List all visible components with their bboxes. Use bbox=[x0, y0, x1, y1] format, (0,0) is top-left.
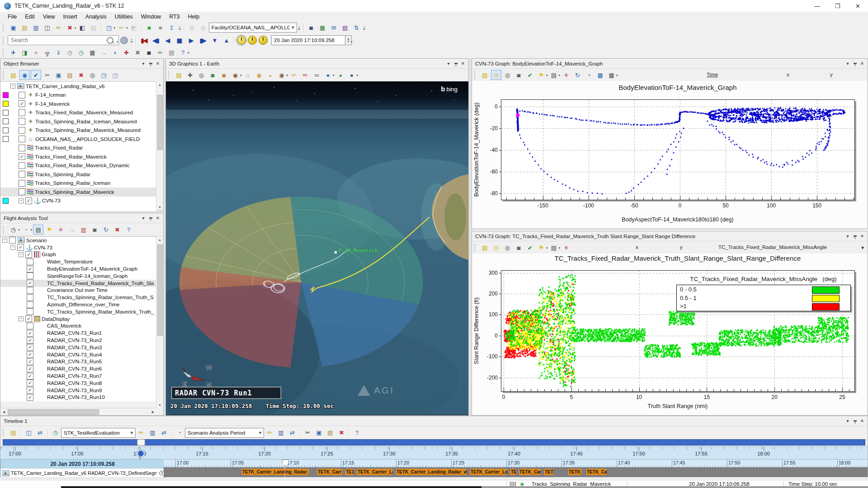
calculator-icon[interactable]: ▦ bbox=[87, 47, 98, 57]
tree-item-oceana-nas-apollo-soucek-field[interactable]: ⌂OCEANA_NAS__APOLLO_SOUCEK_FIELD bbox=[0, 135, 157, 144]
flag-icon[interactable]: ⚑ bbox=[44, 225, 55, 235]
timeline-header[interactable]: Timeline 1 ▾ ✕ bbox=[0, 416, 868, 426]
step-back-button[interactable]: ◀▮ bbox=[150, 36, 161, 45]
checkbox[interactable] bbox=[19, 180, 25, 187]
timeline-row-header[interactable]: TETK_Carrier_Landing_Radar_v6 RADAR_CVN-… bbox=[0, 468, 166, 478]
checkbox[interactable]: ✓ bbox=[27, 394, 33, 401]
xrealtime-clock-icon[interactable] bbox=[248, 36, 257, 45]
checkbox[interactable] bbox=[9, 237, 16, 244]
transfer-icon[interactable]: ⇄ bbox=[35, 428, 45, 438]
chevron-down-icon[interactable]: ▾ bbox=[616, 74, 618, 80]
edit-pencil-icon[interactable]: ✏ bbox=[136, 428, 146, 438]
pin-icon[interactable] bbox=[147, 60, 154, 67]
minimize-button[interactable]: — bbox=[807, 0, 827, 12]
delete-icon[interactable]: ✖ bbox=[112, 225, 123, 235]
reset-to-start-button[interactable]: ▮◀ bbox=[138, 36, 149, 45]
toolbar-grip[interactable] bbox=[3, 24, 6, 32]
checkbox[interactable]: ✓ bbox=[27, 344, 33, 351]
checkbox[interactable] bbox=[19, 145, 25, 151]
scroll-down-icon[interactable]: ▼ bbox=[156, 402, 163, 408]
menu-file[interactable]: File bbox=[4, 13, 21, 21]
chevron-down-icon[interactable]: ▾ bbox=[357, 74, 359, 80]
connect-gray-icon[interactable]: ■ bbox=[156, 23, 166, 33]
checkbox[interactable]: ✓ bbox=[19, 153, 25, 160]
chevron-down-icon[interactable]: ▾ bbox=[287, 74, 288, 80]
timeline-overview-bar[interactable] bbox=[3, 439, 865, 446]
menu-insert[interactable]: Insert bbox=[59, 13, 81, 21]
notes-icon[interactable]: ▤ bbox=[480, 70, 490, 80]
save-icon[interactable]: ▥ bbox=[31, 23, 41, 33]
view-direction-icon[interactable]: ◉ bbox=[230, 70, 241, 80]
panel-menu-icon[interactable]: ▾ bbox=[844, 418, 851, 424]
copy-icon[interactable]: ▣ bbox=[314, 428, 324, 438]
edit-pencil-icon[interactable]: ✏ bbox=[264, 428, 275, 438]
checkbox[interactable]: ✓ bbox=[27, 330, 33, 337]
chevron-down-icon[interactable]: ▾ bbox=[861, 244, 864, 251]
3d-graphics-header[interactable]: 3D Graphics 1 - Earth ▾ ✕ bbox=[166, 59, 468, 69]
gear-icon[interactable] bbox=[120, 37, 128, 44]
tree-expander[interactable]: − bbox=[19, 198, 24, 203]
vertical-scrollbar[interactable]: ▲ ▼ bbox=[156, 81, 163, 211]
scroll-right-icon[interactable]: ▶ bbox=[150, 408, 156, 415]
report-icon[interactable]: ◫ bbox=[42, 23, 52, 33]
checkbox[interactable] bbox=[19, 188, 25, 195]
tree-expander[interactable]: − bbox=[2, 238, 7, 243]
sync-sigma-icon[interactable]: Σ bbox=[167, 23, 177, 33]
pin-icon[interactable] bbox=[851, 418, 859, 424]
timeline-segment[interactable]: TETK_ bbox=[567, 468, 582, 476]
list-icon[interactable]: ▤ bbox=[549, 70, 559, 80]
help-icon[interactable]: ? bbox=[178, 47, 188, 57]
realtime-clock-icon[interactable] bbox=[237, 36, 246, 45]
menu-window[interactable]: Window bbox=[137, 13, 165, 21]
flag-icon[interactable]: ⚑ bbox=[536, 70, 547, 80]
tool-disabled-icon[interactable]: ◩ bbox=[129, 23, 139, 33]
color-toggle-icon[interactable]: ◉ bbox=[19, 70, 30, 80]
time-column-label[interactable]: Time bbox=[707, 72, 718, 77]
menu-utilities[interactable]: Utilities bbox=[110, 13, 137, 21]
analysis-period-combobox[interactable]: Scenario Analysis Period▼ bbox=[185, 428, 264, 438]
search-icon[interactable] bbox=[107, 37, 113, 44]
checkbox[interactable]: ✓ bbox=[27, 337, 33, 344]
panel-menu-icon[interactable]: ▾ bbox=[445, 60, 452, 67]
tree-item-scenario[interactable]: −Scenario bbox=[0, 237, 157, 244]
home-view-icon[interactable]: ⌂ bbox=[243, 70, 253, 80]
tree-item-covariance-out-over-time[interactable]: Covariance Out over Time bbox=[0, 287, 157, 294]
timeline-segment[interactable]: TETK_Carrier_Landing_Radar_v6 l bbox=[395, 468, 467, 476]
doc-disabled-icon[interactable]: ▤ bbox=[89, 23, 99, 33]
sync-icon[interactable]: ⇄ bbox=[159, 428, 169, 438]
pin-icon[interactable] bbox=[851, 60, 859, 67]
menu-view[interactable]: View bbox=[39, 13, 59, 21]
checkbox[interactable]: ✓ bbox=[27, 380, 33, 386]
tree-item-tc-tracks-fixed-radar-maverick-truth-sla[interactable]: ✓TC_Tracks_Fixed_Radar_Maverick_Truth_Sl… bbox=[0, 280, 157, 287]
checkbox[interactable] bbox=[19, 162, 25, 169]
checkbox[interactable]: ✓ bbox=[27, 373, 33, 380]
y-column-label[interactable]: y bbox=[830, 72, 833, 77]
checkbox[interactable] bbox=[19, 127, 25, 134]
edit-note-icon[interactable]: ✏ bbox=[116, 23, 127, 33]
tree-expander[interactable]: − bbox=[19, 316, 24, 321]
checkbox[interactable] bbox=[27, 272, 33, 279]
tree-item-radar-cvn-73-run6[interactable]: ✓RADAR_CVN-73_Run6 bbox=[0, 365, 157, 372]
table-check-icon[interactable]: ▦ bbox=[317, 23, 328, 33]
chevron-down-icon[interactable]: ▾ bbox=[333, 74, 335, 80]
data-table-icon[interactable]: ▦ bbox=[595, 70, 605, 80]
checkbox[interactable]: ✓ bbox=[27, 351, 33, 358]
tree-item-radar-cvn-73-run7[interactable]: ✓RADAR_CVN-73_Run7 bbox=[0, 372, 157, 380]
tree-item-radar-cvn-73-run2[interactable]: ✓RADAR_CVN-73_Run2 bbox=[0, 337, 157, 344]
timeline-view-combobox[interactable]: STK_TestAndEvaluation▼ bbox=[61, 428, 136, 438]
scroll-up-icon[interactable]: ▲ bbox=[156, 236, 163, 243]
checkbox[interactable] bbox=[19, 171, 25, 178]
chevron-down-icon[interactable]: ▼ bbox=[128, 431, 135, 435]
help-icon[interactable]: ? bbox=[123, 225, 134, 235]
delete-tool-icon[interactable]: ✖ bbox=[65, 23, 75, 33]
toolbox-icon[interactable]: ✚ bbox=[121, 47, 132, 57]
tree-item-tracks-spinning-radar-maverick[interactable]: Tracks_Spinning_Radar_Maverick bbox=[0, 188, 157, 197]
tree-item-radar-cvn-73-run5[interactable]: ✓RADAR_CVN-73_Run5 bbox=[0, 358, 157, 366]
tree-item-cvn-73[interactable]: −✓⚓CVN-73 bbox=[0, 244, 157, 251]
checkbox[interactable] bbox=[19, 109, 25, 116]
copy-icon[interactable]: ▣ bbox=[53, 70, 64, 80]
timeline-segment[interactable]: TETK_Carrier_Landing_Radar_v6 bbox=[241, 468, 310, 476]
tree-item-tracks-fixed-radar-maverick-dynamic[interactable]: Tracks_Fixed_Radar_Maverick_Dynamic bbox=[0, 161, 157, 170]
chevron-down-icon[interactable]: ▾ bbox=[188, 51, 189, 57]
time-properties-icon[interactable]: ◷ bbox=[8, 225, 19, 235]
